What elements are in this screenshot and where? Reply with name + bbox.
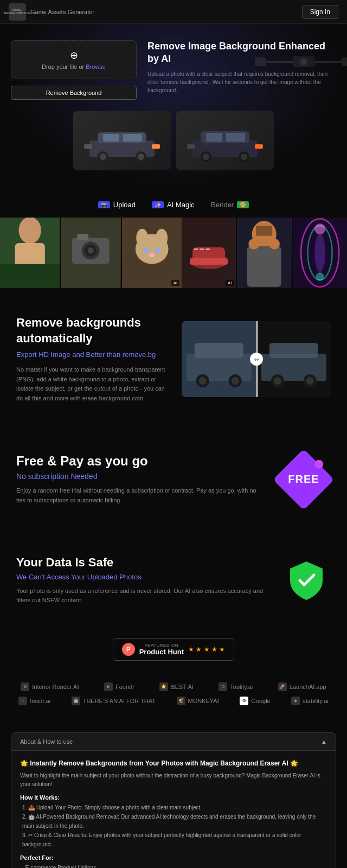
svg-rect-19	[226, 133, 245, 142]
theres-an-ai-icon: 🤖	[72, 697, 80, 705]
info-box-collapse-icon[interactable]: ▲	[321, 738, 327, 745]
render-badge: 🎨	[237, 201, 249, 208]
stability-ai-icon: ◆	[291, 697, 300, 705]
sign-in-button[interactable]: Sign In	[302, 5, 338, 19]
upload-icon: ⊕	[20, 49, 127, 61]
info-box-body: 🌟 Instantly Remove Backgrounds from Your…	[11, 751, 336, 868]
hero-description: Upload a photo with a clear subject that…	[147, 70, 336, 94]
feature1-image: ⇔	[182, 321, 331, 397]
security-title: Your Data Is Safe	[16, 556, 266, 570]
security-section: Your Data Is Safe We Can't Access Your U…	[0, 528, 347, 627]
step-3: 3. ✂ Crisp & Clear Results: Enjoy photos…	[22, 831, 327, 849]
gallery-right: AI	[182, 218, 347, 288]
logo-icon: ERASE-BACKGROUND.COM	[9, 3, 26, 21]
tab-render[interactable]: Render 🎨	[211, 201, 249, 209]
partner-toolify[interactable]: ⚙ Toolify.ai	[219, 682, 253, 691]
svg-rect-35	[78, 234, 89, 240]
feature1-description: No matter if you want to make a backgrou…	[16, 365, 165, 403]
svg-rect-9	[123, 134, 142, 142]
svg-point-39	[156, 229, 168, 247]
partner-launch-ai-label: LaunchAI.app	[290, 684, 326, 690]
svg-point-73	[273, 377, 281, 385]
ph-stars: ★ ★ ★ ★ ★	[188, 646, 225, 653]
svg-point-75	[306, 377, 313, 385]
step-1: 1. 📤 Upload Your Photo: Simply choose a …	[22, 803, 327, 812]
partner-insidr[interactable]: ○ Insidr.ai	[18, 697, 50, 705]
partner-stability-ai[interactable]: ◆ stability.ai	[291, 697, 328, 705]
tab-ai-magic[interactable]: ✨ AI Magic	[152, 201, 195, 209]
partner-google-label: Google	[251, 698, 270, 704]
ph-badge-inner[interactable]: P FEATURED ON Product Hunt ★ ★ ★ ★ ★	[113, 638, 235, 661]
ai-magic-tab-label: AI Magic	[167, 201, 195, 209]
info-box-header: About & How to use ▲	[11, 733, 336, 751]
partner-best-ai[interactable]: ⭐ BEST AI	[159, 682, 193, 691]
feature1-subtitle: Export HD Image and Better than remove.b…	[16, 350, 165, 359]
svg-point-60	[314, 224, 325, 234]
hero-title: Remove Image Background Enhanced by AI	[147, 40, 336, 66]
ai-badge-shoes: AI	[226, 280, 234, 286]
nav-subtitle: Game Assets Generator	[30, 9, 94, 15]
gallery-image-camera	[61, 218, 120, 288]
ph-product-name: Product Hunt	[139, 648, 184, 656]
gallery-image-abstract	[293, 218, 347, 288]
hero-text: Remove Image Background Enhanced by AI U…	[147, 40, 336, 94]
pricing-description: Enjoy a random free trial without needin…	[16, 486, 260, 505]
svg-point-53	[249, 239, 260, 250]
tab-upload[interactable]: 📷 Upload	[98, 201, 136, 209]
gallery-image-cat: AI	[122, 218, 182, 288]
pricing-title: Free & Pay as you go	[16, 454, 260, 469]
partner-monkeyai[interactable]: 🐒 MONKEYAI	[177, 697, 219, 705]
gallery-left: AI	[0, 218, 182, 288]
partner-interior-render-ai-label: Interior Render AI	[32, 684, 79, 690]
partner-theres-an-ai[interactable]: 🤖 THERE'S AN AI FOR THAT	[72, 697, 156, 705]
upload-box[interactable]: ⊕ Drop your file or Browse	[11, 40, 137, 79]
insidr-icon: ○	[18, 697, 27, 705]
svg-point-42	[149, 253, 155, 257]
svg-point-40	[142, 247, 150, 253]
free-badge: FREE	[277, 452, 331, 507]
compare-handle[interactable]: ⇔	[250, 353, 263, 366]
hero-car-image-1	[73, 111, 171, 170]
svg-rect-29	[0, 264, 60, 288]
info-intro: Want to highlight the main subject of yo…	[20, 771, 327, 789]
svg-rect-52	[247, 246, 281, 286]
gallery-image-person2	[237, 218, 291, 288]
launch-ai-icon: 🚀	[278, 682, 287, 691]
svg-point-68	[232, 377, 239, 385]
how-it-works-heading: How It Works:	[20, 794, 327, 801]
perfect-for-list: · E-commerce Product Listings · Professi…	[22, 863, 327, 868]
partner-foundr-label: Foundr	[115, 684, 134, 690]
partner-launch-ai[interactable]: 🚀 LaunchAI.app	[278, 682, 326, 691]
upload-tab-label: Upload	[113, 201, 136, 209]
browse-link[interactable]: Browse	[86, 63, 106, 70]
toolify-icon: ⚙	[219, 682, 227, 691]
svg-rect-55	[256, 226, 273, 236]
pricing-section: Free & Pay as you go No subscription Nee…	[0, 425, 347, 528]
svg-point-11	[100, 154, 106, 160]
svg-rect-64	[195, 343, 243, 358]
svg-rect-46	[190, 258, 228, 265]
partner-foundr[interactable]: ▶ Foundr	[104, 682, 134, 691]
partner-interior-render-ai[interactable]: 🖥 Interior Render AI	[21, 682, 79, 691]
hero-upload-panel: ⊕ Drop your file or Browse Remove Backgr…	[11, 40, 137, 100]
svg-rect-25	[255, 144, 263, 149]
interior-render-ai-icon: 🖥	[21, 682, 29, 691]
monkeyai-icon: 🐒	[177, 697, 185, 705]
svg-point-27	[19, 218, 41, 244]
pricing-text: Free & Pay as you go No subscription Nee…	[16, 454, 260, 505]
partner-google[interactable]: G Google	[240, 697, 270, 705]
ph-text-block: FEATURED ON Product Hunt	[139, 643, 184, 656]
render-tab-label: Render	[211, 201, 234, 209]
svg-rect-47	[194, 248, 198, 250]
partner-toolify-label: Toolify.ai	[230, 684, 253, 690]
svg-rect-18	[206, 133, 222, 142]
security-description: Your photo is only used as a reference a…	[16, 586, 266, 605]
partner-stability-ai-label: stability.ai	[303, 698, 328, 704]
foundr-icon: ▶	[104, 682, 113, 691]
remove-background-button[interactable]: Remove Background	[11, 86, 137, 100]
navbar: ERASE-BACKGROUND.COM Game Assets Generat…	[0, 0, 347, 24]
info-main-heading: 🌟 Instantly Remove Backgrounds from Your…	[20, 760, 327, 767]
svg-point-61	[316, 272, 324, 280]
best-ai-icon: ⭐	[159, 682, 168, 691]
upload-text: Drop your file or Browse	[20, 63, 127, 70]
